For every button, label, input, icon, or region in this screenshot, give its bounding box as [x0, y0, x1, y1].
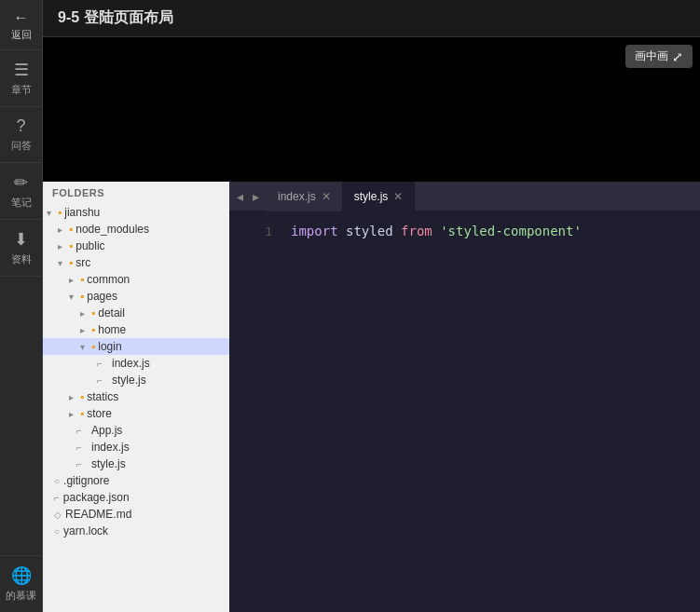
list-item[interactable]: ⌐ style.js [43, 456, 229, 472]
pip-button[interactable]: 画中画 ⤢ [625, 45, 693, 68]
keyword-from: from [401, 224, 432, 238]
code-editor: ◂ ▸ index.js ✕ style.js ✕ 1 import [229, 182, 700, 612]
list-item[interactable]: ▸ ▪ common [43, 271, 229, 288]
tree-item-label: common [87, 273, 130, 286]
chevron-right-icon: ▸ [58, 241, 69, 252]
tree-item-label: store [87, 407, 112, 420]
folder-icon: ▪ [69, 256, 73, 269]
tree-item-label: statics [87, 390, 118, 403]
qa-label: 问答 [11, 139, 32, 153]
sidebar-back-button[interactable]: ← 返回 [0, 0, 42, 50]
editor-tabs: ◂ ▸ index.js ✕ style.js ✕ [229, 182, 700, 211]
keyword-import: import [291, 224, 338, 238]
sidebar-item-globe[interactable]: 🌐 的慕课 [0, 555, 42, 612]
pip-expand-icon: ⤢ [672, 49, 683, 64]
folder-icon: ▪ [80, 273, 84, 286]
page-title: 9-5 登陆页面布局 [58, 8, 173, 28]
chevron-right-icon: ▸ [80, 308, 91, 319]
folder-icon: ▪ [69, 223, 73, 236]
tab-nav-left-icon[interactable]: ◂ [233, 187, 247, 206]
code-normal: styled [346, 224, 401, 238]
folder-icon: ▪ [80, 290, 84, 303]
tree-item-label: public [75, 239, 104, 252]
chevron-right-icon: ▸ [69, 392, 80, 402]
file-icon: ⌐ [97, 359, 108, 369]
list-item[interactable]: ⌐ index.js [43, 355, 229, 372]
tree-item-label: login [98, 340, 121, 353]
code-text: import styled from 'styled-component' [291, 221, 582, 241]
globe-icon: 🌐 [11, 565, 32, 586]
list-item[interactable]: ▾ ▪ login [43, 338, 229, 355]
top-header: 9-5 登陆页面布局 [43, 0, 700, 37]
back-arrow-icon: ← [14, 9, 29, 26]
pip-label: 画中画 [635, 48, 668, 64]
list-item[interactable]: ▸ ▪ detail [43, 305, 229, 321]
tree-item-label: style.js [91, 457, 126, 470]
resources-label: 资料 [11, 252, 32, 266]
sidebar-item-resources[interactable]: ⬇ 资料 [0, 220, 42, 277]
list-item[interactable]: ○ .gitignore [43, 472, 229, 489]
tree-item-label: jianshu [64, 206, 100, 219]
chevron-right-icon: ▸ [58, 224, 69, 235]
list-item[interactable]: ⌐ package.json [43, 489, 229, 506]
list-item[interactable]: ▸ ▪ home [43, 321, 229, 338]
list-item[interactable]: ▸ ▪ node_modules [43, 221, 229, 238]
sidebar-item-chapters[interactable]: ☰ 章节 [0, 50, 42, 107]
list-item[interactable]: ▾ ▪ pages [43, 288, 229, 305]
list-item[interactable]: ◇ README.md [43, 506, 229, 523]
globe-label: 的慕课 [6, 589, 36, 603]
list-item[interactable]: ▸ ▪ statics [43, 388, 229, 405]
list-item[interactable]: ▸ ▪ store [43, 405, 229, 422]
file-tree: FOLDERS ▾ ▪ jianshu ▸ ▪ node_modules ▸ ▪… [43, 182, 229, 612]
sidebar-item-notes[interactable]: ✏ 笔记 [0, 163, 42, 220]
back-label: 返回 [11, 28, 32, 42]
chevron-down-icon: ▾ [58, 258, 69, 268]
list-item[interactable]: ▸ ▪ public [43, 238, 229, 254]
qa-icon: ? [16, 116, 25, 136]
sidebar: ← 返回 ☰ 章节 ? 问答 ✏ 笔记 ⬇ 资料 🌐 的慕课 [0, 0, 43, 612]
tree-item-label: App.js [91, 424, 122, 437]
tab-nav-right-icon[interactable]: ▸ [249, 187, 263, 206]
tab-index-js[interactable]: index.js ✕ [267, 182, 343, 211]
chevron-down-icon: ▾ [80, 342, 91, 352]
video-area: 画中画 ⤢ [43, 37, 700, 182]
folder-icon: ▪ [91, 306, 95, 320]
tree-item-label: style.js [112, 374, 146, 387]
tree-item-label: package.json [63, 491, 130, 504]
resources-icon: ⬇ [14, 229, 28, 250]
notes-label: 笔记 [11, 196, 32, 210]
tree-item-label: pages [87, 290, 117, 303]
folder-icon: ▪ [58, 206, 62, 219]
list-item[interactable]: ▾ ▪ jianshu [43, 204, 229, 221]
tab-label: index.js [278, 190, 316, 203]
file-icon: ⌐ [76, 459, 88, 469]
list-item[interactable]: ○ yarn.lock [43, 523, 229, 539]
tab-nav-arrows: ◂ ▸ [229, 187, 267, 206]
file-icon: ⌐ [76, 426, 88, 436]
main-content: 9-5 登陆页面布局 画中画 ⤢ FOLDERS ▾ ▪ jianshu ▸ ▪… [43, 0, 700, 612]
tree-item-label: index.js [112, 357, 150, 370]
tree-item-label: home [98, 323, 126, 336]
sidebar-item-qa[interactable]: ? 问答 [0, 107, 42, 163]
code-content[interactable]: 1 import styled from 'styled-component' [229, 211, 700, 612]
notes-icon: ✏ [14, 172, 28, 193]
folder-icon: ▪ [80, 390, 84, 403]
tree-item-label: index.js [91, 441, 130, 454]
tab-style-js[interactable]: style.js ✕ [343, 182, 416, 211]
close-icon[interactable]: ✕ [322, 190, 331, 203]
tree-item-label: yarn.lock [63, 524, 108, 537]
ide-area: FOLDERS ▾ ▪ jianshu ▸ ▪ node_modules ▸ ▪… [43, 182, 700, 612]
file-icon: ⌐ [54, 493, 60, 503]
file-icon: ⌐ [76, 442, 88, 453]
file-tree-header: FOLDERS [43, 182, 229, 204]
line-number: 1 [244, 223, 272, 242]
list-item[interactable]: ⌐ index.js [43, 439, 229, 456]
folder-icon: ▪ [69, 239, 73, 252]
file-icon: ○ [54, 476, 60, 486]
list-item[interactable]: ⌐ App.js [43, 422, 229, 439]
list-item[interactable]: ▾ ▪ src [43, 254, 229, 271]
list-item[interactable]: ⌐ style.js [43, 372, 229, 388]
close-icon[interactable]: ✕ [393, 190, 403, 203]
tree-item-label: README.md [65, 508, 131, 521]
chapters-icon: ☰ [14, 60, 29, 80]
